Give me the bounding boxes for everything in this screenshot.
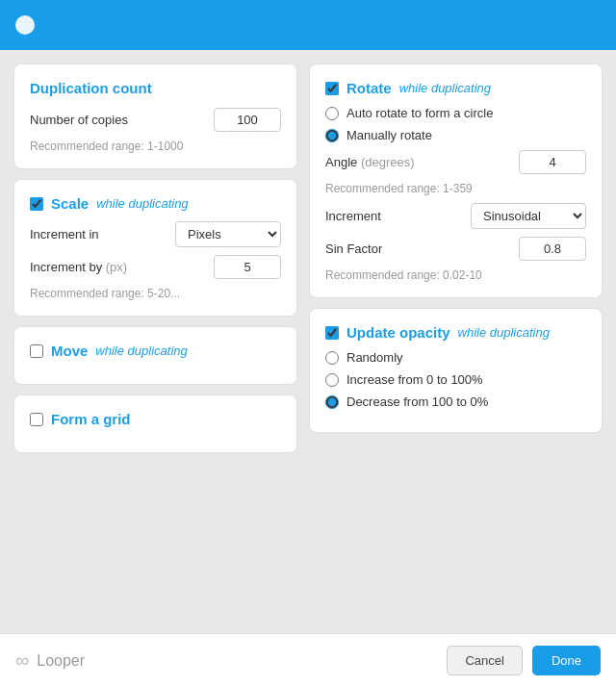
increase-radio[interactable] xyxy=(325,373,339,387)
duplication-count-title: Duplication count xyxy=(30,80,281,96)
looper-icon: ∞ xyxy=(15,649,29,672)
window-control-circle[interactable] xyxy=(15,15,35,35)
sin-factor-label: Sin Factor xyxy=(325,242,382,256)
done-button[interactable]: Done xyxy=(532,646,601,675)
manually-rotate-radio[interactable] xyxy=(325,129,339,142)
opacity-italic-label: while duplicating xyxy=(458,325,550,340)
increase-row: Increase from 0 to 100% xyxy=(325,372,586,387)
rotate-title: Rotate xyxy=(346,80,392,96)
move-italic-label: while duplicating xyxy=(95,344,187,358)
duplication-count-card: Duplication count Number of copies Recom… xyxy=(13,64,297,169)
footer: ∞ Looper Cancel Done xyxy=(0,633,616,687)
sin-factor-recommended: Recommended range: 0.02-10 xyxy=(325,268,586,282)
increment-row: Increment Sinusoidal Linear Ease In Ease… xyxy=(325,203,586,229)
randomly-radio[interactable] xyxy=(325,351,339,365)
increment-by-input[interactable] xyxy=(214,255,281,279)
form-grid-checkbox-row: Form a grid xyxy=(30,411,281,427)
move-card: Move while duplicating xyxy=(13,326,297,385)
increment-select[interactable]: Sinusoidal Linear Ease In Ease Out xyxy=(471,203,586,229)
footer-buttons: Cancel Done xyxy=(447,646,601,675)
sin-factor-input[interactable] xyxy=(519,237,586,261)
angle-label: Angle (degrees) xyxy=(325,155,415,169)
manually-rotate-row: Manually rotate xyxy=(325,128,586,142)
randomly-label: Randomly xyxy=(346,350,403,365)
opacity-checkbox-row: Update opacity while duplicating xyxy=(325,324,586,341)
opacity-checkbox[interactable] xyxy=(325,326,339,340)
form-grid-title: Form a grid xyxy=(51,411,131,427)
decrease-radio[interactable] xyxy=(325,395,339,409)
manually-rotate-label: Manually rotate xyxy=(346,128,432,142)
auto-rotate-radio[interactable] xyxy=(325,107,339,120)
number-of-copies-label: Number of copies xyxy=(30,113,128,127)
update-opacity-card: Update opacity while duplicating Randoml… xyxy=(309,308,603,433)
scale-title: Scale xyxy=(51,195,89,212)
right-panel: Rotate while duplicating Auto rotate to … xyxy=(309,64,603,620)
rotate-checkbox[interactable] xyxy=(325,82,339,95)
opacity-title: Update opacity xyxy=(346,324,450,341)
cancel-button[interactable]: Cancel xyxy=(447,646,522,675)
left-panel: Duplication count Number of copies Recom… xyxy=(13,64,297,620)
increment-by-label: Increment by (px) xyxy=(30,260,127,274)
increment-in-row: Increment in Pixels Percent xyxy=(30,221,281,247)
sin-factor-row: Sin Factor xyxy=(325,237,586,261)
increment-by-row: Increment by (px) xyxy=(30,255,281,279)
decrease-label: Decrease from 100 to 0% xyxy=(346,394,488,409)
move-checkbox-row: Move while duplicating xyxy=(30,343,281,359)
increase-label: Increase from 0 to 100% xyxy=(346,372,483,387)
form-grid-checkbox[interactable] xyxy=(30,413,43,426)
form-a-grid-card: Form a grid xyxy=(13,394,297,453)
increment-label: Increment xyxy=(325,209,381,223)
auto-rotate-label: Auto rotate to form a circle xyxy=(346,106,493,120)
main-content: Duplication count Number of copies Recom… xyxy=(0,50,616,633)
duplication-count-range: Recommended range: 1-1000 xyxy=(30,140,281,153)
rotate-card: Rotate while duplicating Auto rotate to … xyxy=(309,64,603,298)
scale-checkbox[interactable] xyxy=(30,197,43,211)
number-of-copies-row: Number of copies xyxy=(30,108,281,132)
title-bar xyxy=(0,0,616,50)
increment-in-label: Increment in xyxy=(30,227,99,242)
increment-in-select[interactable]: Pixels Percent xyxy=(175,221,281,247)
auto-rotate-row: Auto rotate to form a circle xyxy=(325,106,586,120)
rotate-checkbox-row: Rotate while duplicating xyxy=(325,80,586,96)
move-title: Move xyxy=(51,343,88,359)
scale-checkbox-row: Scale while duplicating xyxy=(30,195,281,212)
footer-logo: ∞ Looper xyxy=(15,649,85,672)
decrease-row: Decrease from 100 to 0% xyxy=(325,394,586,409)
footer-logo-text: Looper xyxy=(37,652,85,670)
rotate-italic-label: while duplicating xyxy=(399,81,491,95)
number-of-copies-input[interactable] xyxy=(214,108,281,132)
scale-italic-label: while duplicating xyxy=(96,196,188,211)
scale-card: Scale while duplicating Increment in Pix… xyxy=(13,179,297,317)
angle-input[interactable] xyxy=(519,150,586,174)
angle-recommended-range: Recommended range: 1-359 xyxy=(325,182,586,195)
randomly-row: Randomly xyxy=(325,350,586,365)
scale-recommended-range: Recommended range: 5-20... xyxy=(30,287,281,300)
move-checkbox[interactable] xyxy=(30,344,43,358)
angle-row: Angle (degrees) xyxy=(325,150,586,174)
